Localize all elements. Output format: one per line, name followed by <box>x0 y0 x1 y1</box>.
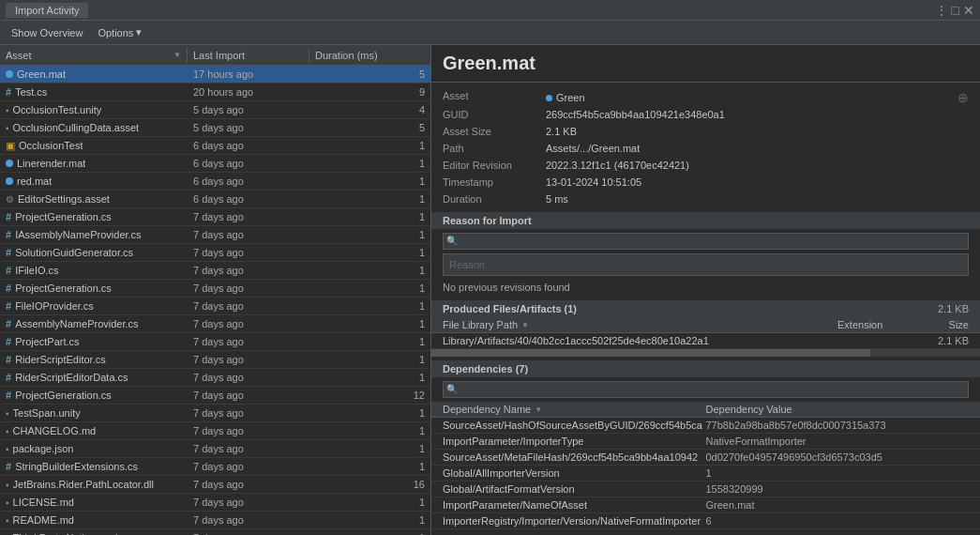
table-row[interactable]: # ProjectGeneration.cs 7 days ago 1 <box>0 208 430 226</box>
table-row[interactable]: red.mat 6 days ago 1 <box>0 173 430 191</box>
table-row[interactable]: Linerender.mat 6 days ago 1 <box>0 155 430 173</box>
cell-duration: 1 <box>309 424 430 437</box>
cell-duration: 1 <box>309 175 430 188</box>
table-row[interactable]: ▪ OcclusionTest.unity 5 days ago 4 <box>0 101 430 119</box>
cell-last-import: 7 days ago <box>188 264 309 277</box>
artifacts-scrollbar[interactable] <box>431 349 980 357</box>
table-row[interactable]: # FileIOProvider.cs 7 days ago 1 <box>0 298 430 315</box>
asset-name: ProjectGeneration.cs <box>15 390 112 401</box>
cell-last-import: 6 days ago <box>188 139 309 152</box>
cell-duration: 1 <box>309 210 430 223</box>
cell-asset: Linerender.mat <box>0 157 188 170</box>
cell-last-import: 5 days ago <box>188 121 309 134</box>
cell-asset: ▪ package.json <box>0 442 188 455</box>
table-row[interactable]: # ProjectGeneration.cs 7 days ago 1 <box>0 280 430 298</box>
table-row[interactable]: # RiderScriptEditorData.cs 7 days ago 1 <box>0 369 430 387</box>
cell-asset: ▪ Third Party Notices.md <box>0 531 188 535</box>
maximize-icon[interactable]: □ <box>952 3 959 18</box>
asset-settings-icon[interactable]: ⊕ <box>957 90 969 105</box>
close-icon[interactable]: ✕ <box>963 3 974 18</box>
show-overview-button[interactable]: Show Overview <box>6 25 88 40</box>
produced-files-section-header: Produced Files/Artifacts (1) 2.1 KB <box>431 300 980 317</box>
art-col-path-header: File Library Path ▼ <box>443 319 837 330</box>
table-row[interactable]: ▪ CHANGELOG.md 7 days ago 1 <box>0 422 430 440</box>
hash-icon: # <box>6 461 11 472</box>
artifact-row: Library/Artifacts/40/40b2cc1accc502f25de… <box>431 333 980 349</box>
guid-value: 269ccf54b5ca9bb4aa109421e348e0a1 <box>546 109 969 120</box>
cell-last-import: 7 days ago <box>188 478 309 491</box>
col-asset-header[interactable]: Asset ▼ <box>0 48 188 63</box>
title-tab[interactable]: Import Activity <box>6 3 88 18</box>
asset-size-label: Asset Size <box>443 126 546 137</box>
table-row[interactable]: ▪ OcclusionCullingData.asset 5 days ago … <box>0 119 430 137</box>
dep-name: SourceAsset/HashOfSourceAssetByGUID/269c… <box>443 420 706 431</box>
asset-size-value: 2.1 KB <box>546 126 969 137</box>
table-row[interactable]: # Test.cs 20 hours ago 9 <box>0 84 430 101</box>
sort-arrow-dep: ▼ <box>535 405 542 414</box>
cell-duration: 1 <box>309 353 430 366</box>
cell-duration: 1 <box>309 371 430 384</box>
cell-last-import: 6 days ago <box>188 175 309 188</box>
hash-icon: # <box>6 265 11 276</box>
options-label: Options <box>98 27 133 38</box>
cell-asset: # Test.cs <box>0 85 188 99</box>
cell-last-import: 17 hours ago <box>188 68 309 81</box>
cell-asset: ▪ README.md <box>0 513 188 527</box>
cell-last-import: 7 days ago <box>188 496 309 509</box>
table-row[interactable]: # ProjectPart.cs 7 days ago 1 <box>0 333 430 351</box>
dep-row: SourceAsset/HashOfSourceAssetByGUID/269c… <box>431 418 980 434</box>
table-row[interactable]: ⚙ EditorSettings.asset 6 days ago 1 <box>0 191 430 208</box>
dep-name: ImporterRegistry/Importer/Version/Native… <box>443 515 706 527</box>
table-row[interactable]: ▪ JetBrains.Rider.PathLocator.dll 7 days… <box>0 476 430 494</box>
table-row[interactable]: # IFileIO.cs 7 days ago 1 <box>0 262 430 280</box>
cell-asset: ▪ LICENSE.md <box>0 496 188 509</box>
cell-asset: ⚙ EditorSettings.asset <box>0 192 188 206</box>
cell-duration: 1 <box>309 406 430 420</box>
table-row[interactable]: # SolutionGuidGenerator.cs 7 days ago 1 <box>0 244 430 262</box>
hash-icon: # <box>6 336 11 347</box>
cell-asset: # ProjectPart.cs <box>0 335 188 348</box>
artifact-size: 2.1 KB <box>912 335 969 346</box>
table-row[interactable]: Green.mat 17 hours ago 5 <box>0 66 430 84</box>
sort-arrow-asset: ▼ <box>173 51 181 59</box>
cell-duration: 1 <box>309 531 430 535</box>
cell-asset: # ProjectGeneration.cs <box>0 282 188 295</box>
dep-row: ImporterRegistry/Importer/Version/Native… <box>431 513 980 529</box>
col-duration-header[interactable]: Duration (ms) <box>309 48 430 63</box>
table-row[interactable]: # RiderScriptEditor.cs 7 days ago 1 <box>0 351 430 369</box>
options-dropdown[interactable]: Options ▾ <box>92 24 147 40</box>
file-icon: ▪ <box>6 480 9 490</box>
table-row[interactable]: # IAssemblyNameProvider.cs 7 days ago 1 <box>0 226 430 244</box>
cell-last-import: 7 days ago <box>188 442 309 455</box>
reason-search-input[interactable] <box>443 233 969 250</box>
table-row[interactable]: ▪ Third Party Notices.md 7 days ago 1 <box>0 529 430 535</box>
cell-last-import: 7 days ago <box>188 424 309 437</box>
table-row[interactable]: # ProjectGeneration.cs 7 days ago 12 <box>0 387 430 405</box>
table-row[interactable]: ▪ README.md 7 days ago 1 <box>0 512 430 529</box>
file-icon: ▪ <box>6 105 9 115</box>
cell-last-import: 7 days ago <box>188 317 309 330</box>
detail-row-timestamp: Timestamp 13-01-2024 10:51:05 <box>431 175 980 191</box>
cell-duration: 1 <box>309 228 430 241</box>
table-row[interactable]: # AssemblyNameProvider.cs 7 days ago 1 <box>0 315 430 333</box>
table-row[interactable]: ▪ package.json 7 days ago 1 <box>0 440 430 458</box>
cell-last-import: 7 days ago <box>188 353 309 366</box>
dep-name: Global/ArtifactFormatVersion <box>443 483 706 495</box>
table-row[interactable]: ▪ TestSpan.unity 7 days ago 1 <box>0 405 430 422</box>
table-row[interactable]: ▣ OcclusionTest 6 days ago 1 <box>0 137 430 155</box>
cell-asset: # IAssemblyNameProvider.cs <box>0 228 188 241</box>
asset-name: Green.mat <box>17 69 66 80</box>
toolbar: Show Overview Options ▾ <box>0 21 980 45</box>
dep-row: ImportParameter/ImporterType NativeForma… <box>431 434 980 450</box>
table-row[interactable]: # StringBuilderExtensions.cs 7 days ago … <box>0 458 430 476</box>
cell-last-import: 7 days ago <box>188 210 309 223</box>
art-col-size-header: Size <box>912 319 969 330</box>
deps-search-input[interactable] <box>443 381 969 398</box>
table-row[interactable]: ▪ LICENSE.md 7 days ago 1 <box>0 494 430 512</box>
menu-icon[interactable]: ⋮ <box>935 3 948 18</box>
col-last-import-header[interactable]: Last Import <box>188 48 309 63</box>
art-col-ext-header: Extension <box>837 319 912 330</box>
dep-name: ImportParameter/ImporterType <box>443 436 706 447</box>
detail-row-asset: Asset Green ⊕ <box>431 88 980 107</box>
right-panel: Green.mat Asset Green ⊕ GUID 269ccf54b5c… <box>431 45 980 535</box>
